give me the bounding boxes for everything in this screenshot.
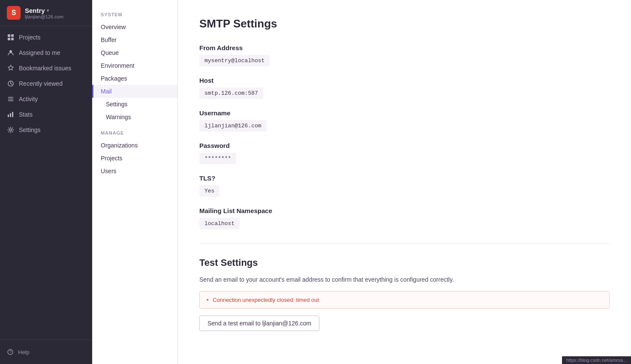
person-icon [7, 49, 15, 57]
section-divider [199, 243, 610, 244]
nav-queue[interactable]: Queue [92, 46, 177, 59]
nav-packages[interactable]: Packages [92, 72, 177, 85]
help-icon: ? [7, 349, 14, 355]
app-logo: S [7, 6, 21, 20]
svg-point-4 [9, 50, 12, 53]
field-from-address-value: mysentry@localhost [199, 55, 270, 66]
nav-buffer[interactable]: Buffer [92, 33, 177, 46]
nav-projects-manage[interactable]: Projects [92, 152, 177, 165]
nav-overview[interactable]: Overview [92, 21, 177, 33]
main-content: SMTP Settings From Address mysentry@loca… [178, 0, 631, 364]
nav-mail-settings[interactable]: Settings [92, 98, 177, 111]
field-mailing-list: Mailing List Namespace localhost [199, 207, 610, 229]
field-tls-label: TLS? [199, 174, 610, 182]
field-tls-value: Yes [199, 185, 219, 197]
brand-email: ljlanjian@126.com [25, 14, 63, 19]
left-sidebar: S Sentry ▾ ljlanjian@126.com Projects [0, 0, 92, 364]
chevron-down-icon: ▾ [47, 8, 49, 13]
clock-icon [7, 80, 15, 87]
svg-rect-0 [8, 34, 10, 37]
svg-text:?: ? [9, 350, 12, 355]
sidebar-item-activity[interactable]: Activity [0, 91, 92, 107]
sidebar-item-bookmarked[interactable]: Bookmarked issues [0, 60, 92, 76]
nav-organizations[interactable]: Organizations [92, 139, 177, 152]
svg-point-12 [10, 129, 12, 131]
sidebar-footer: ? Help [0, 340, 92, 364]
field-password-value: ******** [199, 153, 236, 164]
list-icon [7, 95, 15, 103]
send-test-email-button[interactable]: Send a test email to ljlanjian@126.com [199, 316, 319, 331]
field-password-label: Password [199, 142, 610, 149]
field-from-address: From Address mysentry@localhost [199, 44, 610, 66]
star-icon [7, 64, 15, 72]
sidebar-header[interactable]: S Sentry ▾ ljlanjian@126.com [0, 0, 92, 26]
svg-rect-2 [8, 38, 10, 40]
system-section-label: SYSTEM [92, 12, 177, 21]
sidebar-item-settings[interactable]: Settings [0, 122, 92, 138]
brand-info: Sentry ▾ ljlanjian@126.com [25, 7, 63, 19]
brand-name: Sentry ▾ [25, 7, 63, 14]
field-host-label: Host [199, 77, 610, 84]
error-bullet: • [207, 297, 209, 303]
nav-mail[interactable]: Mail [92, 85, 177, 98]
svg-rect-3 [11, 38, 14, 40]
test-settings-title: Test Settings [199, 257, 610, 268]
svg-rect-1 [11, 34, 14, 37]
sidebar-help[interactable]: ? Help [7, 345, 85, 359]
manage-section-label: MANAGE [92, 130, 177, 139]
bar-chart-icon [7, 111, 15, 118]
field-host: Host smtp.126.com:587 [199, 77, 610, 99]
error-box: • Connection unexpectedly closed: timed … [199, 291, 610, 309]
field-mailing-list-label: Mailing List Namespace [199, 207, 610, 214]
field-host-value: smtp.126.com:587 [199, 87, 263, 99]
field-mailing-list-value: localhost [199, 218, 240, 229]
page-title: SMTP Settings [199, 17, 610, 30]
gear-icon [7, 126, 15, 134]
nav-mail-warnings[interactable]: Warnings [92, 111, 177, 123]
svg-rect-9 [8, 114, 9, 117]
secondary-sidebar: SYSTEM Overview Buffer Queue Environment… [92, 0, 178, 364]
sidebar-nav: Projects Assigned to me Bookmarked issue… [0, 26, 92, 141]
field-username-label: Username [199, 109, 610, 117]
error-message: Connection unexpectedly closed: timed ou… [213, 297, 319, 303]
field-tls: TLS? Yes [199, 174, 610, 197]
nav-users[interactable]: Users [92, 165, 177, 177]
field-username-value: ljlanjian@126.com [199, 120, 267, 132]
grid-icon [7, 33, 15, 41]
field-from-address-label: From Address [199, 44, 610, 51]
sidebar-item-assigned[interactable]: Assigned to me [0, 45, 92, 60]
status-bar: https://blog.csdn.net/amma... [562, 356, 631, 364]
field-password: Password ******** [199, 142, 610, 164]
sidebar-item-stats[interactable]: Stats [0, 107, 92, 122]
sidebar-item-projects[interactable]: Projects [0, 30, 92, 45]
svg-rect-10 [10, 113, 11, 117]
nav-environment[interactable]: Environment [92, 59, 177, 72]
test-settings-description: Send an email to your account's email ad… [199, 275, 610, 284]
svg-rect-11 [12, 112, 13, 117]
field-username: Username ljlanjian@126.com [199, 109, 610, 132]
sidebar-item-recently-viewed[interactable]: Recently viewed [0, 76, 92, 91]
